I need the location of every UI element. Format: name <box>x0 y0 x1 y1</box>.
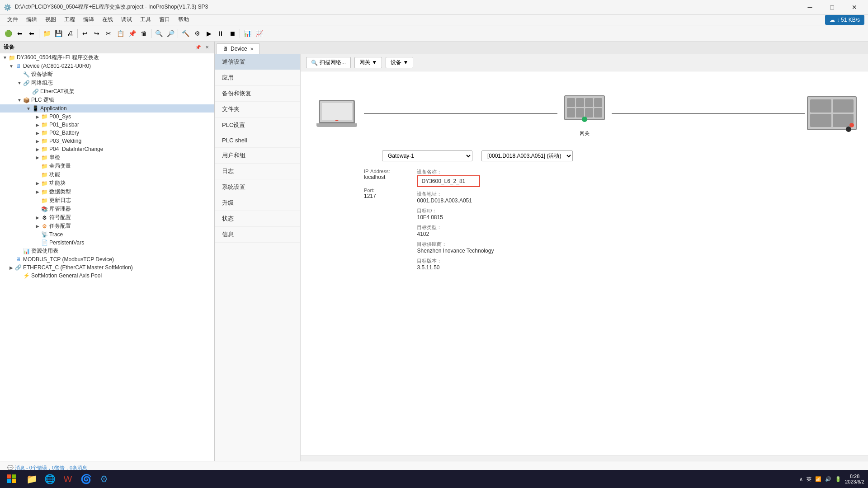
taskconfig-toggle[interactable]: ▶ <box>34 223 41 230</box>
toolbar-monitor2[interactable]: 📈 <box>254 28 264 39</box>
toolbar-paste[interactable]: 📌 <box>127 28 137 39</box>
taskbar-explorer[interactable]: 📁 <box>24 471 40 487</box>
ethercat2-toggle[interactable]: ▶ <box>8 264 14 271</box>
sidebar-item-log[interactable]: 日志 <box>215 164 300 179</box>
toolbar-monitor[interactable]: 📊 <box>242 28 253 39</box>
menu-window[interactable]: 窗口 <box>156 15 174 24</box>
tree-application[interactable]: ▼ 📱 Application <box>0 104 214 113</box>
tab-close-button[interactable]: ✕ <box>250 47 254 52</box>
scan-network-button[interactable]: 🔍 扫描网络... <box>306 57 351 68</box>
tree-container[interactable]: ▼ 📁 DY3600_0504程序+EL程序交换改 ▼ 🖥 Device (AC… <box>0 53 214 461</box>
sys-tray-up[interactable]: ∧ <box>799 476 803 482</box>
tree-symbolconfig[interactable]: ▶ ⚙ 符号配置 <box>0 213 214 222</box>
toolbar-btn12[interactable]: ⏹ <box>227 28 238 39</box>
taskbar-browser[interactable]: 🌐 <box>42 471 58 487</box>
minimize-button[interactable]: ─ <box>800 0 820 14</box>
root-toggle[interactable]: ▼ <box>2 55 8 61</box>
sidebar-item-plcsettings[interactable]: PLC设置 <box>215 117 300 133</box>
tree-p04[interactable]: ▶ 📁 P04_DataInterChange <box>0 145 214 153</box>
tree-updatelog[interactable]: 📁 更新日志 <box>0 196 214 205</box>
tree-resources[interactable]: 📊 资源使用表 <box>0 247 214 255</box>
panel-close[interactable]: ✕ <box>203 44 211 51</box>
device-tab[interactable]: 🖥 Device ✕ <box>217 43 259 54</box>
gateway-selector[interactable]: Gateway-1 <box>382 150 472 161</box>
tree-p02[interactable]: ▶ 📁 P02_Battery <box>0 129 214 137</box>
taskbar-word[interactable]: W <box>60 471 76 487</box>
toolbar-find2[interactable]: 🔎 <box>165 28 176 39</box>
device-button[interactable]: 设备 ▼ <box>386 57 413 68</box>
tree-datatypes[interactable]: ▶ 📁 数据类型 <box>0 188 214 196</box>
tree-inspection[interactable]: ▶ 📁 串检 <box>0 153 214 162</box>
gateway-button[interactable]: 网关 ▼ <box>354 57 382 68</box>
toolbar-save[interactable]: 💾 <box>53 28 64 39</box>
inspection-toggle[interactable]: ▶ <box>34 155 41 161</box>
device-selector[interactable]: [0001.D018.A003.A051] (活动) <box>481 150 573 161</box>
menu-project[interactable]: 工程 <box>61 15 79 24</box>
tree-root[interactable]: ▼ 📁 DY3600_0504程序+EL程序交换改 <box>0 53 214 62</box>
sidebar-item-status[interactable]: 状态 <box>215 211 300 226</box>
sidebar-item-upgrade[interactable]: 升级 <box>215 195 300 211</box>
menu-help[interactable]: 帮助 <box>175 15 193 24</box>
tree-device[interactable]: ▼ 🖥 Device (AC801-0221-U0R0) <box>0 62 214 70</box>
menu-debug[interactable]: 调试 <box>118 15 136 24</box>
tree-libmanager[interactable]: 📚 库管理器 <box>0 205 214 213</box>
close-button[interactable]: ✕ <box>844 0 864 14</box>
tree-persistentvars[interactable]: 📄 PersistentVars <box>0 239 214 247</box>
toolbar-undo[interactable]: ↩ <box>80 28 90 39</box>
taskbar-edge[interactable]: 🌀 <box>78 471 94 487</box>
toolbar-btn2[interactable]: ⬅ <box>14 28 25 39</box>
tree-funcblocks[interactable]: ▶ 📁 功能块 <box>0 179 214 188</box>
sidebar-item-backup[interactable]: 备份和恢复 <box>215 86 300 101</box>
device-toggle[interactable]: ▼ <box>8 63 14 69</box>
toolbar-copy[interactable]: 📋 <box>115 28 126 39</box>
tree-func[interactable]: 📁 功能 <box>0 170 214 179</box>
tree-taskconfig[interactable]: ▶ ⚙ 任务配置 <box>0 222 214 230</box>
menu-file[interactable]: 文件 <box>4 15 22 24</box>
toolbar-redo[interactable]: ↪ <box>91 28 102 39</box>
symbolconfig-toggle[interactable]: ▶ <box>34 215 41 221</box>
toolbar-btn11[interactable]: ⏸ <box>215 28 226 39</box>
toolbar-open[interactable]: 📁 <box>41 28 52 39</box>
tree-network[interactable]: ▼ 🔗 网络组态 <box>0 79 214 87</box>
menu-view[interactable]: 视图 <box>42 15 60 24</box>
horizontal-scrollbar[interactable] <box>301 455 868 461</box>
tree-p00[interactable]: ▶ 📁 P00_Sys <box>0 113 214 121</box>
p01-toggle[interactable]: ▶ <box>34 122 41 128</box>
plclogic-toggle[interactable]: ▼ <box>16 97 23 103</box>
taskbar-settings[interactable]: ⚙ <box>96 471 112 487</box>
app-toggle[interactable]: ▼ <box>25 105 32 112</box>
tree-modbus[interactable]: 🖥 MODBUS_TCP (ModbusTCP Device) <box>0 255 214 263</box>
p04-toggle[interactable]: ▶ <box>34 146 41 152</box>
tree-diag[interactable]: 🔧 设备诊断 <box>0 70 214 79</box>
tree-ethercat2[interactable]: ▶ 🔗 ETHERCAT_C (EtherCAT Master SoftMoti… <box>0 263 214 272</box>
toolbar-new[interactable]: 🟢 <box>3 28 14 39</box>
maximize-button[interactable]: □ <box>822 0 842 14</box>
sidebar-item-comms[interactable]: 通信设置 <box>215 54 300 70</box>
start-button[interactable] <box>4 471 20 487</box>
sidebar-item-app[interactable]: 应用 <box>215 70 300 85</box>
tree-p03[interactable]: ▶ 📁 P03_Welding <box>0 137 214 145</box>
toolbar-btn3[interactable]: ⬅ <box>26 28 37 39</box>
p02-toggle[interactable]: ▶ <box>34 130 41 136</box>
panel-pin[interactable]: 📌 <box>194 44 202 51</box>
sidebar-item-info[interactable]: 信息 <box>215 227 300 242</box>
sidebar-item-files[interactable]: 文件夹 <box>215 102 300 117</box>
funcblocks-toggle[interactable]: ▶ <box>34 180 41 187</box>
toolbar-print[interactable]: 🖨 <box>65 28 75 39</box>
tree-plclogic[interactable]: ▼ 📦 PLC 逻辑 <box>0 96 214 104</box>
sidebar-item-users[interactable]: 用户和组 <box>215 148 300 163</box>
sidebar-item-syssettings[interactable]: 系统设置 <box>215 179 300 195</box>
p03-toggle[interactable]: ▶ <box>34 138 41 144</box>
tree-ethercat[interactable]: 🔗 EtherCAT机架 <box>0 87 214 96</box>
menu-online[interactable]: 在线 <box>99 15 117 24</box>
menu-edit[interactable]: 编辑 <box>23 15 41 24</box>
menu-compile[interactable]: 编译 <box>80 15 98 24</box>
toolbar-find[interactable]: 🔍 <box>153 28 164 39</box>
network-toggle[interactable]: ▼ <box>16 80 23 86</box>
p00-toggle[interactable]: ▶ <box>34 113 41 120</box>
download-button[interactable]: ☁ ↓ 51 KB/s <box>825 15 864 25</box>
tree-softmotion[interactable]: ⚡ SoftMotion General Axis Pool <box>0 272 214 280</box>
toolbar-btn10[interactable]: ▶ <box>203 28 214 39</box>
tree-globalvars[interactable]: 📁 全局变量 <box>0 162 214 170</box>
toolbar-compile2[interactable]: ⚙ <box>192 28 203 39</box>
